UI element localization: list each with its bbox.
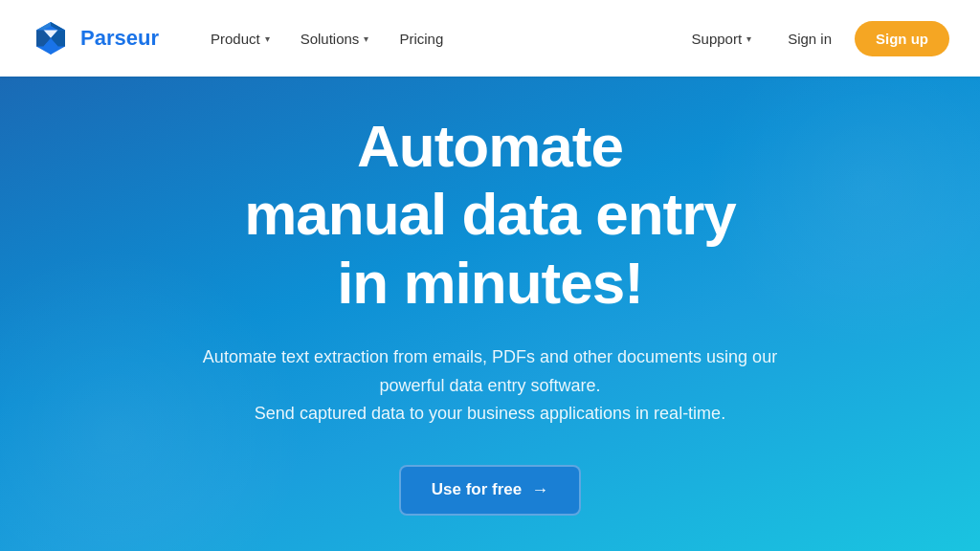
navbar-right: Support ▾ Sign in Sign up (679, 21, 949, 56)
nav-support[interactable]: Support ▾ (679, 23, 766, 55)
signup-label: Sign up (876, 31, 928, 47)
arrow-icon: → (531, 480, 548, 500)
hero-subtitle-line1: Automate text extraction from emails, PD… (203, 347, 777, 366)
signin-link[interactable]: Sign in (772, 23, 847, 55)
hero-subtitle-line2: powerful data entry software. (379, 376, 600, 395)
nav-support-label: Support (692, 31, 743, 47)
nav-pricing-label: Pricing (399, 31, 443, 47)
logo-icon (31, 18, 71, 58)
signin-label: Sign in (788, 31, 832, 47)
hero-title-line1: Automate (357, 113, 623, 179)
hero-subtitle-line3: Send captured data to your business appl… (255, 404, 725, 423)
nav-item-solutions[interactable]: Solutions ▾ (287, 23, 383, 55)
nav-solutions-label: Solutions (301, 31, 360, 47)
nav-product-label: Product (211, 31, 260, 47)
hero-cta-label: Use for free (432, 480, 522, 499)
hero-cta-button[interactable]: Use for free → (399, 465, 581, 516)
chevron-down-icon: ▾ (746, 33, 751, 44)
logo-text: Parseur (80, 26, 159, 51)
navbar: Parseur Product ▾ Solutions ▾ Pricing Su… (0, 0, 980, 77)
nav-item-pricing[interactable]: Pricing (386, 23, 457, 55)
logo-link[interactable]: Parseur (31, 18, 159, 58)
hero-subtitle: Automate text extraction from emails, PD… (203, 343, 777, 429)
chevron-down-icon: ▾ (364, 33, 368, 44)
hero-section: Automate manual data entry in minutes! A… (0, 77, 980, 551)
nav-item-product[interactable]: Product ▾ (197, 23, 283, 55)
signup-button[interactable]: Sign up (855, 21, 949, 56)
nav-links: Product ▾ Solutions ▾ Pricing (197, 23, 679, 55)
hero-title-line2: manual data entry (244, 181, 736, 247)
chevron-down-icon: ▾ (265, 33, 270, 44)
hero-title: Automate manual data entry in minutes! (244, 112, 736, 317)
hero-title-line3: in minutes! (337, 250, 643, 316)
